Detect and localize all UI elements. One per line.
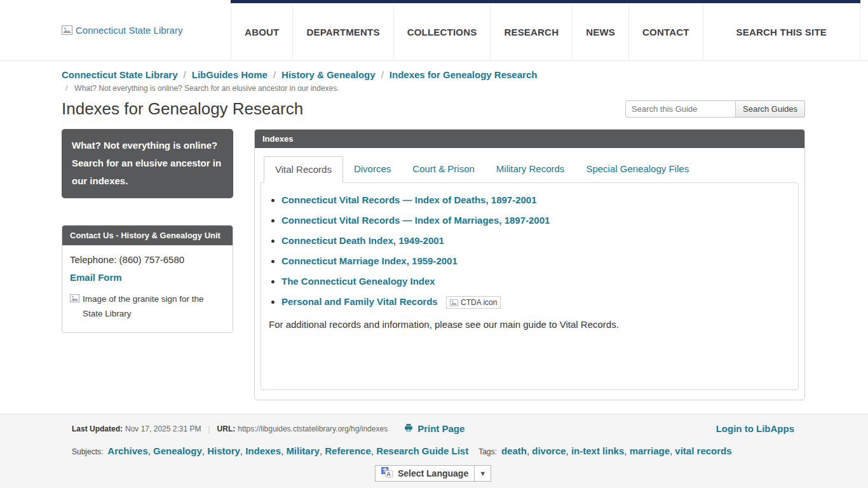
contact-image-alt-text: Image of the granite sign for the State … [83,292,225,321]
broken-image-icon [450,299,458,306]
ctda-icon-broken: CTDA icon [446,296,501,309]
google-translate-icon [381,466,393,480]
language-row: Select Language ▼ [72,465,794,482]
chevron-down-icon: ▼ [474,466,491,481]
select-language-dropdown[interactable]: Select Language ▼ [375,465,491,482]
tab-military-records[interactable]: Military Records [485,156,576,182]
title-row: Indexes for Genealogy Research Search Gu… [0,97,868,129]
page: Connecticut State Library ABOUT DEPARTME… [0,0,868,488]
print-page-link[interactable]: Print Page [404,423,465,434]
tag-link-death[interactable]: death [501,445,527,456]
divider: | [208,424,210,433]
breadcrumb: Connecticut State Library LibGuides Home… [62,69,806,80]
broken-image-icon [62,25,72,35]
tab-panel-vital-records: Connecticut Vital Records — Index of Dea… [261,182,799,390]
link-marriage-index[interactable]: Connecticut Marriage Index, 1959-2001 [281,255,458,266]
list-item: The Connecticut Genealogy Index [281,276,790,287]
print-page-label: Print Page [417,423,465,434]
last-updated-value: Nov 17, 2025 2:31 PM [125,424,201,433]
footer-meta-row: Last Updated: Nov 17, 2025 2:31 PM | URL… [72,423,794,434]
link-index-of-deaths[interactable]: Connecticut Vital Records — Index of Dea… [281,194,537,205]
link-death-index[interactable]: Connecticut Death Index, 1949-2001 [281,235,444,246]
email-form-link[interactable]: Email Form [70,272,122,283]
subject-link-military[interactable]: Military [281,445,320,456]
contact-box-body: Telephone: (860) 757-6580 Email Form Ima… [62,245,233,332]
site-header: Connecticut State Library ABOUT DEPARTME… [0,0,868,61]
content: What? Not everything is online? Search f… [0,129,868,400]
url-value: https://libguides.ctstatelibrary.org/hg/… [238,424,388,433]
page-title: Indexes for Genealogy Research [62,99,303,119]
list-item: Connecticut Death Index, 1949-2001 [281,235,790,247]
tab-vital-records[interactable]: Vital Records [264,156,343,183]
main-nav: ABOUT DEPARTMENTS COLLECTIONS RESEARCH N… [231,0,860,60]
main-column: Indexes Vital Records Divorces Court & P… [254,129,805,400]
tags-label: Tags: [478,447,497,456]
site-logo-alt-text: Connecticut State Library [76,25,182,36]
breadcrumb-link-library[interactable]: Connecticut State Library [62,69,178,80]
footer-subjects-row: Subjects: Archives Genealogy History Ind… [72,445,794,456]
breadcrumb-link-libguides-home[interactable]: LibGuides Home [192,69,268,80]
index-link-list: Connecticut Vital Records — Index of Dea… [269,194,790,309]
breadcrumb-item: History & Genealogy [268,69,376,80]
guide-search: Search Guides [625,100,805,118]
breadcrumb-link-current-page[interactable]: Indexes for Genealogy Research [390,69,538,80]
subjects-label: Subjects: [72,447,103,456]
select-language-label: Select Language [398,468,468,478]
list-item: Connecticut Marriage Index, 1959-2001 [281,255,790,267]
link-genealogy-index[interactable]: The Connecticut Genealogy Index [281,276,435,287]
subject-link-history[interactable]: History [202,445,240,456]
subject-link-indexes[interactable]: Indexes [240,445,281,456]
indexes-tabs: Vital Records Divorces Court & Prison Mi… [261,156,799,182]
contact-box-header: Contact Us - History & Genealogy Unit [62,226,233,245]
guide-search-input[interactable] [625,100,736,118]
nav-item-departments[interactable]: DEPARTMENTS [292,3,393,60]
contact-box: Contact Us - History & Genealogy Unit Te… [62,225,233,333]
list-item: Connecticut Vital Records — Index of Mar… [281,215,790,226]
breadcrumb-link-history-genealogy[interactable]: History & Genealogy [281,69,376,80]
ctda-icon-alt-text: CTDA icon [461,298,497,307]
subject-link-genealogy[interactable]: Genealogy [148,445,202,456]
nav-item-news[interactable]: NEWS [572,3,628,60]
breadcrumb-item: Connecticut State Library [62,69,178,80]
nav-item-search-this-site[interactable]: SEARCH THIS SITE [703,3,860,60]
tag-link-vital-records[interactable]: vital records [670,445,732,456]
select-language-main: Select Language [376,466,474,481]
list-item: Connecticut Vital Records — Index of Dea… [281,194,790,206]
tag-link-in-text-links[interactable]: in-text links [566,445,625,456]
printer-icon [404,423,413,434]
breadcrumb-item: Indexes for Genealogy Research [376,69,538,80]
breadcrumb-bar: Connecticut State Library LibGuides Home… [0,61,868,97]
guide-search-button[interactable]: Search Guides [736,100,805,118]
last-updated-label: Last Updated: [72,424,123,433]
guide-tagline: What? Not everything is online? Search f… [62,84,806,93]
indexes-box-header: Indexes [255,130,804,148]
subject-link-archives[interactable]: Archives [107,445,147,456]
link-personal-family-vital-records[interactable]: Personal and Family Vital Records [281,296,438,307]
tab-court-prison[interactable]: Court & Prison [402,156,485,182]
subject-link-research-guide-list[interactable]: Research Guide List [371,445,468,456]
guide-footer: Last Updated: Nov 17, 2025 2:31 PM | URL… [0,414,868,488]
nav-item-contact[interactable]: CONTACT [628,3,703,60]
nav-item-about[interactable]: ABOUT [231,3,292,60]
contact-image-broken: Image of the granite sign for the State … [70,292,225,321]
site-logo-link[interactable]: Connecticut State Library [62,0,182,60]
sidebar: What? Not everything is online? Search f… [62,129,233,333]
tab-divorces[interactable]: Divorces [343,156,402,182]
contact-telephone: Telephone: (860) 757-6580 [70,254,225,265]
tab-special-genealogy-files[interactable]: Special Genealogy Files [575,156,700,182]
url-label: URL: [217,424,236,433]
broken-image-icon [70,294,79,302]
breadcrumb-item: LibGuides Home [178,69,268,80]
login-to-libapps-link[interactable]: Login to LibApps [716,423,794,434]
nav-item-research[interactable]: RESEARCH [490,3,572,60]
tag-link-divorce[interactable]: divorce [527,445,566,456]
indexes-box: Indexes Vital Records Divorces Court & P… [254,129,805,400]
list-item: Personal and Family Vital Records CTDA i… [281,296,790,309]
subject-link-reference[interactable]: Reference [320,445,371,456]
tag-link-marriage[interactable]: marriage [624,445,670,456]
indexes-box-body: Vital Records Divorces Court & Prison Mi… [255,148,804,400]
nav-item-collections[interactable]: COLLECTIONS [393,3,491,60]
additional-records-note: For additional records and information, … [269,319,790,330]
guide-intro-box: What? Not everything is online? Search f… [62,129,233,198]
link-index-of-marriages[interactable]: Connecticut Vital Records — Index of Mar… [281,215,550,226]
